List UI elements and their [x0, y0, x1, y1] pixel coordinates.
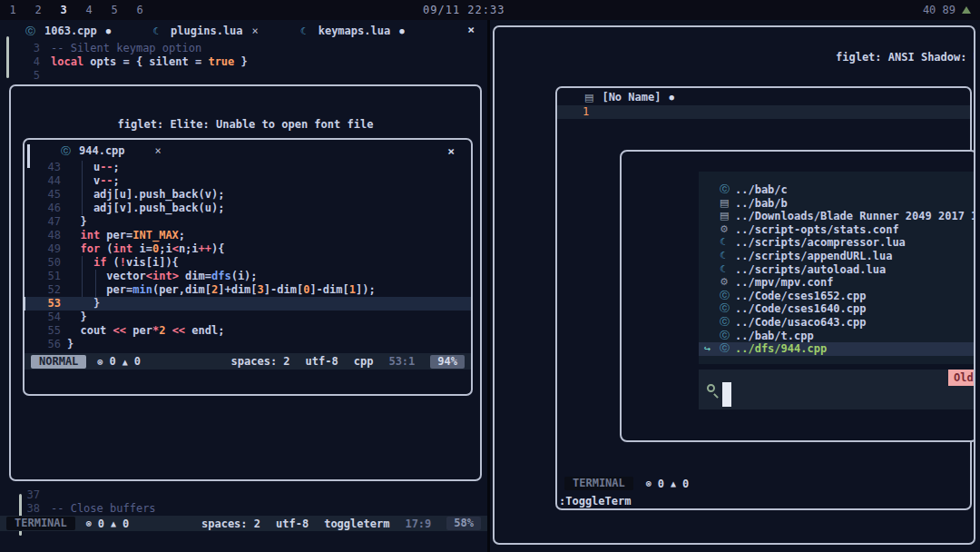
tmux-window-6[interactable]: 6 — [136, 4, 143, 16]
picker-item[interactable]: ⚙../script-opts/stats.conf — [699, 223, 975, 237]
buffer-name: plugins.lua — [171, 25, 242, 37]
line-number: 47 — [24, 215, 61, 229]
tmux-window-5[interactable]: 5 — [111, 4, 118, 16]
error-count: 0 — [98, 518, 104, 530]
picker-item[interactable]: ⓒ../bab/t.cpp — [699, 330, 975, 343]
noname-buffer-label: [No Name] — [602, 91, 661, 104]
selected-arrow-icon: ↪ — [704, 342, 720, 356]
code-text: u--; — [67, 161, 120, 174]
picker-item[interactable]: ☾../scripts/appendURL.lua — [699, 250, 975, 263]
picker-item-path: ../bab/t.cpp — [735, 330, 814, 343]
warning-count: 0 — [122, 518, 129, 530]
code-line: 38-- Close buffers — [7, 502, 156, 516]
picker-item[interactable]: ⓒ../Code/cses1652.cpp — [699, 290, 975, 303]
buffer-close-icon[interactable]: × — [252, 25, 259, 37]
code-line: 5 — [7, 69, 248, 83]
editor-float-statusline: NORMAL ⊗ 0 ▲ 0 spaces: 2 utf-8 cpp 53:1 … — [24, 353, 471, 370]
picker-input-panel[interactable]: Oldfiles — [699, 370, 975, 409]
oldfiles-picker: ⓒ../bab/c▤../bab/b▤../Downloads/Blade Ru… — [620, 150, 975, 442]
tmux-window-4[interactable]: 4 — [85, 4, 93, 16]
picker-item[interactable]: ⓒ../Code/cses1640.cpp — [699, 302, 975, 316]
line-number: 43 — [24, 161, 61, 174]
code-text: } — [67, 338, 74, 351]
buffer-tab-1063.cpp[interactable]: ⓒ1063.cpp● — [25, 25, 111, 38]
buffer-name: keymaps.lua — [318, 25, 390, 37]
right-pane-statusline: TERMINAL ⊗ 0 ▲ 0 — [564, 477, 689, 490]
tmux-status-right: 40 89 — [923, 4, 971, 16]
tmux-window-1[interactable]: 1 — [9, 4, 16, 16]
code-line: 3-- Silent keymap option — [7, 42, 248, 55]
error-icon: ⊗ — [97, 357, 103, 367]
picker-item[interactable]: ☾../scripts/autoload.lua — [699, 263, 975, 277]
cursorline: 1 — [557, 105, 970, 119]
search-icon — [707, 384, 715, 392]
line-number: 38 — [7, 502, 40, 516]
code-text: cout << per*2 << endl; — [67, 324, 224, 338]
picker-scrollbar-thumb[interactable] — [975, 409, 975, 420]
code-line: 51 vector<int> dim=dfs(i); — [24, 270, 471, 283]
line-number: 50 — [24, 256, 61, 270]
code-line: 45 adj[u].push_back(v); — [24, 188, 471, 202]
line-number: 5 — [7, 69, 40, 83]
lua-file-icon: ☾ — [300, 25, 309, 37]
buffer-tab-plugins.lua[interactable]: ☾plugins.lua× — [152, 25, 259, 37]
lua-file-icon: ☾ — [720, 250, 735, 263]
error-icon: ⊗ — [646, 478, 652, 488]
line-number: 54 — [24, 310, 61, 324]
picker-item-path: ../script-opts/stats.conf — [735, 223, 899, 237]
right-pane: figlet: ANSI Shadow: U ▤ [No Name] ● 1 ⓒ… — [490, 20, 980, 552]
code-line: 52 per=min(per,dim[2]+dim[3]-dim[0]-dim[… — [24, 283, 471, 297]
window-close-icon[interactable]: × — [447, 144, 455, 158]
tmux-window-3[interactable]: 3 — [60, 4, 67, 16]
cursor-position: 53:1 — [388, 355, 415, 368]
picker-item-path: ../Code/usaco643.cpp — [735, 316, 867, 330]
cpp-file-icon: ⓒ — [25, 25, 35, 38]
diagnostics: ⊗ 0 ▲ 0 — [86, 518, 130, 530]
picker-item[interactable]: ▤../bab/b — [699, 197, 975, 211]
picker-item[interactable]: ▤../Downloads/Blade Runner 2049 2017 1 — [699, 210, 975, 223]
screen: 123456 09/11 22:33 40 89 ⓒ1063.cpp●☾plug… — [0, 0, 980, 552]
indent-info: spaces: 2 — [201, 518, 260, 530]
cpp-file-icon: ⓒ — [720, 302, 735, 316]
command-line: :ToggleTerm — [559, 495, 631, 508]
c-file-icon: ⓒ — [720, 183, 735, 197]
code-text: v--; — [67, 174, 120, 188]
lua-file-icon: ☾ — [720, 263, 735, 277]
error-icon: ⊗ — [86, 518, 92, 528]
picker-item-path: ../scripts/appendURL.lua — [735, 250, 892, 263]
picker-item-path: ../mpv/mpv.conf — [735, 276, 833, 290]
error-count: 0 — [658, 478, 664, 490]
code-line: 55 cout << per*2 << endl; — [24, 324, 471, 338]
line-number: 3 — [7, 42, 40, 55]
buffer-tab-keymaps.lua[interactable]: ☾keymaps.lua● — [300, 25, 405, 37]
warning-count: 0 — [682, 478, 689, 490]
scrollbar-thumb[interactable] — [23, 297, 25, 310]
figlet-error-message: figlet: Elite: Unable to open font file — [11, 118, 480, 131]
bufferline-close-icon[interactable]: × — [467, 23, 475, 36]
scrollbar-thumb[interactable] — [6, 36, 9, 78]
picker-item[interactable]: ☾../scripts/acompressor.lua — [699, 236, 975, 250]
code-line: 50 if (!vis[i]){ — [24, 256, 471, 270]
code-text: for (int i=0;i<n;i++){ — [67, 242, 224, 256]
right-terminal-float: figlet: ANSI Shadow: U ▤ [No Name] ● 1 ⓒ… — [493, 25, 975, 545]
file-file-icon: ▤ — [720, 210, 735, 223]
mode-badge: NORMAL — [31, 355, 86, 369]
line-number: 49 — [24, 242, 61, 256]
line-number: 55 — [24, 324, 61, 338]
code-text: per=min(per,dim[2]+dim[3]-dim[0]-dim[1])… — [67, 283, 376, 297]
buffer-name: 1063.cpp — [44, 25, 97, 37]
picker-item[interactable]: ⓒ../bab/c — [699, 183, 975, 197]
statusline-right: spaces: 2 utf-8 cpp 53:1 94% — [231, 355, 465, 369]
picker-item[interactable]: ⚙../mpv/mpv.conf — [699, 276, 975, 290]
buffer-close-icon[interactable]: × — [155, 144, 162, 157]
file-icon: ▤ — [584, 92, 593, 104]
code-line: 47 } — [24, 215, 471, 229]
diagnostics: ⊗ 0 ▲ 0 — [97, 355, 141, 368]
picker-source-badge: Oldfiles — [948, 370, 975, 386]
picker-item-path: ../scripts/autoload.lua — [735, 263, 886, 277]
cpp-file-icon: ⓒ — [61, 144, 71, 158]
tmux-window-2[interactable]: 2 — [34, 4, 42, 16]
picker-item[interactable]: ⓒ../Code/usaco643.cpp — [699, 316, 975, 330]
picker-item[interactable]: ↪ⓒ../dfs/944.cpp — [699, 342, 975, 356]
picker-item-path: ../bab/b — [735, 197, 788, 211]
